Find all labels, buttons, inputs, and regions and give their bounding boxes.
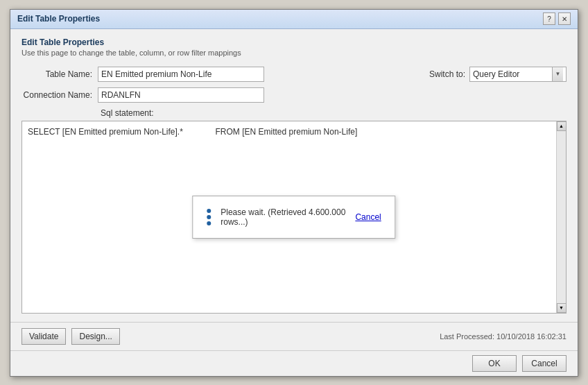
last-processed-value: 10/10/2018 16:02:31 [496,332,567,341]
wait-cancel-link[interactable]: Cancel [355,212,381,222]
bottom-action-bar: Validate Design... Last Processed: 10/10… [10,322,578,350]
switch-to-row: Switch to: Query Editor ▼ [429,67,567,82]
sql-label-row: Sql statement: [21,108,567,121]
close-icon: ✕ [562,15,567,23]
validate-button[interactable]: Validate [21,328,66,345]
dialog-title: Edit Table Properties [17,14,100,24]
section-title: Edit Table Properties [21,37,567,47]
scroll-up-button[interactable]: ▲ [557,121,567,131]
design-button[interactable]: Design... [71,328,119,345]
sql-statement-label: Sql statement: [98,108,154,118]
help-icon: ? [547,15,551,23]
bottom-left-buttons: Validate Design... [21,328,120,345]
wait-dialog: Please wait. (Retrieved 4.600.000 rows..… [192,196,395,239]
sql-area[interactable]: SELECT [EN Emitted premium Non-Life].* F… [21,121,567,314]
switch-to-value: Query Editor [473,69,552,79]
section-subtitle: Use this page to change the table, colum… [21,49,567,57]
spinner-dot-2 [207,215,211,219]
dropdown-arrow-icon: ▼ [555,71,561,77]
cancel-button[interactable]: Cancel [522,355,567,372]
switch-to-select[interactable]: Query Editor ▼ [469,67,567,82]
last-processed: Last Processed: 10/10/2018 16:02:31 [440,332,567,341]
table-name-row: Table Name: Switch to: Query Editor ▼ [21,67,567,82]
switch-to-arrow[interactable]: ▼ [552,67,563,81]
help-button[interactable]: ? [543,12,555,25]
connection-name-row: Connection Name: [21,87,567,103]
scroll-down-button[interactable]: ▼ [557,303,567,313]
spinner-dot-3 [207,221,211,225]
edit-table-properties-dialog: Edit Table Properties ? ✕ Edit Table Pro… [10,9,578,377]
scrollbar-track [557,131,566,303]
switch-to-label: Switch to: [429,69,465,79]
footer-bar: OK Cancel [10,350,578,376]
last-processed-label: Last Processed: [440,332,494,341]
wait-message-line2: rows...) [220,217,248,227]
close-button[interactable]: ✕ [558,12,571,25]
sql-scrollbar: ▲ ▼ [556,121,566,313]
connection-name-label: Connection Name: [21,90,98,100]
loading-spinner [207,209,211,225]
table-name-label: Table Name: [21,69,98,79]
dialog-content: Edit Table Properties Use this page to c… [10,29,578,322]
table-name-input[interactable] [98,67,264,82]
title-bar: Edit Table Properties ? ✕ [10,10,578,29]
wait-message: Please wait. (Retrieved 4.600.000 rows..… [220,207,345,227]
title-bar-buttons: ? ✕ [543,12,571,25]
spinner-dot-1 [207,209,211,213]
wait-message-line1: Please wait. (Retrieved 4.600.000 [220,207,345,217]
connection-name-input[interactable] [98,87,264,103]
ok-button[interactable]: OK [472,355,517,372]
